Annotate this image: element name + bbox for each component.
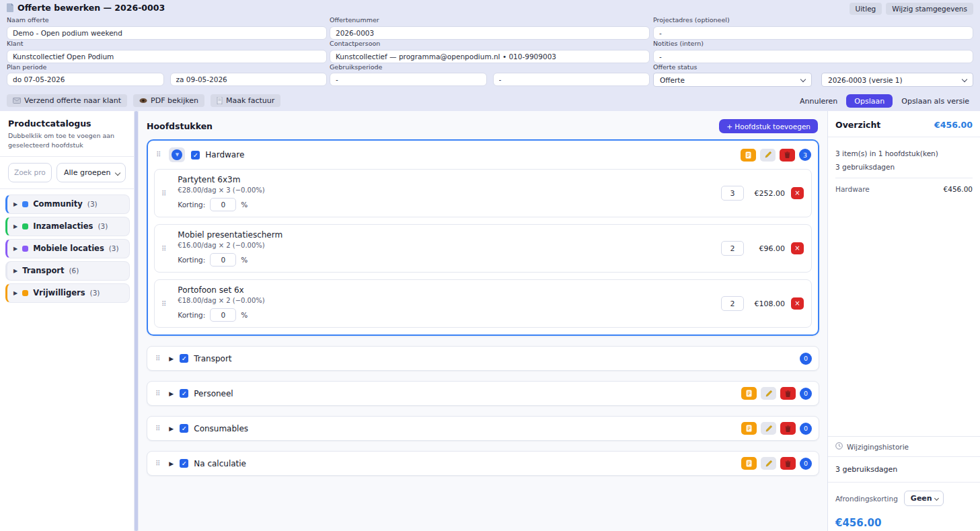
annuleren-button[interactable]: Annuleren [796,94,841,108]
chapter-row-consumables[interactable]: ⠿ ▶ ✓ Consumables 0 [147,416,819,441]
chapter-checkbox[interactable]: ✓ [180,424,188,433]
catalog-group-community[interactable]: ▶ Community (3) [5,194,130,214]
projectadres-label: Projectadres (optioneel) [653,16,973,24]
collapse-chapter-button[interactable]: ▼ [169,147,185,162]
chapter-checkbox[interactable]: ✓ [180,354,188,363]
catalog-group-transport[interactable]: ▶ Transport (6) [5,261,130,281]
chapter-checkbox[interactable]: ✓ [191,151,200,160]
envelope-icon [13,98,21,104]
chapter-item-count-badge: 3 [799,149,811,161]
overview-chapter-row: Hardware €456.00 [835,185,973,193]
korting-input[interactable] [210,198,236,211]
plan-periode-start-input[interactable] [7,73,164,86]
gebruiksperiode-label: Gebruiksperiode [330,63,650,71]
quantity-input[interactable] [721,186,744,201]
expand-chapter-icon[interactable]: ▶ [169,425,174,432]
versie-select[interactable]: 2026-0003 (versie 1) [821,73,973,87]
drag-handle-icon[interactable]: ⠿ [155,425,160,432]
chapter-notes-button[interactable] [741,149,756,162]
sidebar-scrollbar[interactable] [134,111,139,531]
product-meta: €28.00/dag × 3 (−0.00%) [178,186,721,194]
expand-icon: ▶ [13,201,17,207]
delete-chapter-button[interactable] [780,149,795,162]
notities-input[interactable] [653,50,973,63]
chapters-title: Hoofdstukken [147,121,213,131]
product-name: Partytent 6x3m [178,175,721,184]
opslaan-button[interactable]: Opslaan [846,94,893,108]
drag-handle-icon[interactable]: ⠿ [155,355,160,362]
product-name: Portofoon set 6x [178,285,721,295]
rounding-select[interactable]: Geen [904,491,944,506]
item-total: €252.00 [750,189,785,198]
korting-input[interactable] [210,253,236,267]
group-filter-select[interactable]: Alle groepen [56,163,126,182]
expand-chapter-icon[interactable]: ▶ [169,460,174,467]
projectadres-input[interactable] [653,26,973,40]
naam-offerte-input[interactable] [7,26,327,40]
contactpersoon-label: Contactpersoon [330,40,650,47]
catalog-group-inzamelacties[interactable]: ▶ Inzamelacties (3) [5,217,130,236]
edit-chapter-button[interactable] [761,387,776,400]
klant-input[interactable] [7,50,327,63]
search-input[interactable] [8,163,52,182]
edit-chapter-button[interactable] [761,422,776,435]
catalog-group-vrijwilligers[interactable]: ▶ Vrijwilligers (3) [5,283,130,303]
product-item-presentatiescherm: ⠿ Mobiel presentatiescherm €16.00/dag × … [154,224,812,273]
remove-item-button[interactable]: × [791,187,804,199]
close-icon: × [794,245,800,252]
remove-item-button[interactable]: × [791,297,804,310]
chapter-notes-button[interactable] [741,422,757,435]
remove-item-button[interactable]: × [791,242,804,254]
offerte-status-select[interactable]: Offerte [653,73,812,87]
expand-chapter-icon[interactable]: ▶ [169,355,174,362]
delete-chapter-button[interactable] [780,422,796,435]
offerte-status-label: Offerte status [653,63,973,71]
grand-total: €456.00 [828,506,980,529]
history-toggle[interactable]: Wijzigingshistorie [828,437,980,457]
product-item-portofoon: ⠿ Portofoon set 6x €18.00/dag × 2 (−0.00… [154,279,812,328]
chapter-row-na-calculatie[interactable]: ⠿ ▶ ✓ Na calculatie 0 [147,451,819,476]
chapter-item-count-badge: 0 [800,353,812,365]
pdf-bekijken-button[interactable]: PDF bekijken [133,94,204,107]
eye-icon [139,98,147,104]
expand-chapter-icon[interactable]: ▶ [169,390,174,397]
drag-handle-icon[interactable]: ⠿ [155,390,160,397]
delete-chapter-button[interactable] [780,457,796,470]
plan-periode-end-input[interactable] [170,73,328,86]
catalog-group-mobiele-locaties[interactable]: ▶ Mobiele locaties (3) [5,239,130,258]
product-meta: €16.00/dag × 2 (−0.00%) [178,242,721,249]
chapter-notes-button[interactable] [741,387,757,400]
opslaan-als-versie-button[interactable]: Opslaan als versie [897,94,973,108]
overview-total: €456.00 [934,120,973,130]
drag-handle-icon[interactable]: ⠿ [161,301,166,308]
chapter-row-transport[interactable]: ⠿ ▶ ✓ Transport 0 [147,346,819,371]
maak-factuur-button[interactable]: Maak factuur [211,94,280,107]
drag-handle-icon[interactable]: ⠿ [155,460,160,467]
chapter-item-count-badge: 0 [800,458,812,470]
korting-input[interactable] [210,308,236,322]
verzend-offerte-button[interactable]: Verzend offerte naar klant [7,94,127,107]
korting-label: Korting: [178,201,205,209]
add-chapter-button[interactable]: + Hoofdstuk toevoegen [719,119,818,133]
korting-label: Korting: [178,256,205,264]
chapter-checkbox[interactable]: ✓ [180,459,188,468]
quantity-input[interactable] [721,296,744,311]
quantity-input[interactable] [721,241,744,256]
offertenummer-input[interactable] [330,26,650,40]
chapter-label: Na calculatie [194,459,246,468]
chapter-notes-button[interactable] [741,457,757,470]
drag-handle-icon[interactable]: ⠿ [161,246,166,252]
chapter-checkbox[interactable]: ✓ [180,389,188,398]
drag-handle-icon[interactable]: ⠿ [161,190,166,197]
overview-title: Overzicht [835,120,880,130]
edit-chapter-button[interactable] [761,457,776,470]
gebruiksperiode-end-input[interactable] [493,73,650,86]
chapter-label: Personeel [194,389,233,398]
gebruiksperiode-start-input[interactable] [330,73,487,86]
contactpersoon-input[interactable] [330,50,650,63]
product-name: Mobiel presentatiescherm [178,230,721,240]
delete-chapter-button[interactable] [780,387,796,400]
drag-handle-icon[interactable]: ⠿ [156,151,161,158]
chapter-row-personeel[interactable]: ⠿ ▶ ✓ Personeel 0 [147,381,819,406]
edit-chapter-button[interactable] [760,149,776,162]
